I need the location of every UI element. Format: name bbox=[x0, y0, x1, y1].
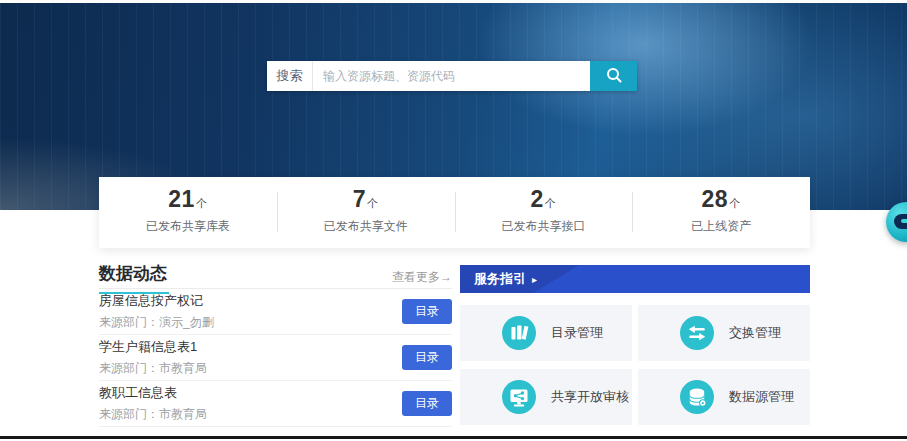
feed-item-title: 学生户籍信息表1 bbox=[99, 338, 207, 356]
stat-unit: 个 bbox=[729, 197, 741, 209]
search-bar: 搜索 bbox=[267, 61, 637, 91]
feed-item: 房屋信息按产权记 来源部门：演示_勿删 目录 bbox=[99, 289, 452, 335]
stat-value: 2 bbox=[530, 186, 543, 212]
exchange-arrows-icon bbox=[680, 316, 714, 350]
service-guide-header: 服务指引 ▸ bbox=[460, 265, 810, 293]
card-label: 目录管理 bbox=[551, 324, 603, 342]
chat-bubble-icon bbox=[894, 214, 907, 229]
card-share-open-review[interactable]: 共享开放审核 bbox=[460, 369, 632, 425]
stat-unit: 个 bbox=[367, 197, 379, 209]
search-label: 搜索 bbox=[267, 61, 313, 91]
view-more-link[interactable]: 查看更多→ bbox=[392, 269, 452, 286]
stats-summary-card: 21个 已发布共享库表 7个 已发布共享文件 2个 已发布共享接口 28个 已上… bbox=[99, 177, 810, 248]
catalog-tag-button[interactable]: 目录 bbox=[402, 345, 452, 370]
database-icon bbox=[680, 380, 714, 414]
stat-value: 7 bbox=[353, 186, 366, 212]
search-icon bbox=[605, 66, 623, 87]
stat-label: 已发布共享接口 bbox=[455, 218, 633, 235]
data-feed-title: 数据动态 bbox=[99, 262, 167, 293]
stat-unit: 个 bbox=[545, 197, 557, 209]
card-datasource-management[interactable]: 数据源管理 bbox=[638, 369, 810, 425]
service-guide-section: 服务指引 ▸ 目录管理 bbox=[460, 265, 810, 425]
data-feed-header: 数据动态 查看更多→ bbox=[99, 262, 452, 289]
feed-item-source: 来源部门：市教育局 bbox=[99, 360, 207, 377]
stat-online-assets: 28个 已上线资产 bbox=[632, 177, 810, 248]
portal-homepage: 搜索 21个 已发布共享库表 7个 已发布共享文件 2个 已发布共享接口 28个 bbox=[0, 0, 907, 441]
share-review-monitor-icon bbox=[502, 380, 536, 414]
card-exchange-management[interactable]: 交换管理 bbox=[638, 305, 810, 361]
stat-label: 已发布共享文件 bbox=[277, 218, 455, 235]
feed-item-source: 来源部门：市教育局 bbox=[99, 406, 207, 423]
catalog-books-icon bbox=[502, 316, 536, 350]
catalog-tag-button[interactable]: 目录 bbox=[402, 391, 452, 416]
feed-item-source: 来源部门：演示_勿删 bbox=[99, 314, 214, 331]
stat-published-shared-files: 7个 已发布共享文件 bbox=[277, 177, 455, 248]
stat-label: 已发布共享库表 bbox=[99, 218, 277, 235]
card-label: 共享开放审核 bbox=[551, 388, 629, 406]
stat-published-shared-tables: 21个 已发布共享库表 bbox=[99, 177, 277, 248]
service-guide-title: 服务指引 bbox=[474, 270, 526, 288]
feed-item: 教职工信息表 来源部门：市教育局 目录 bbox=[99, 381, 452, 427]
stat-unit: 个 bbox=[196, 197, 208, 209]
stat-value: 28 bbox=[702, 186, 729, 212]
search-button[interactable] bbox=[590, 61, 637, 91]
search-input[interactable] bbox=[313, 61, 590, 91]
stat-value: 21 bbox=[168, 186, 195, 212]
service-guide-grid: 目录管理 交换管理 bbox=[460, 305, 810, 425]
card-label: 数据源管理 bbox=[729, 388, 794, 406]
data-feed-section: 数据动态 查看更多→ 房屋信息按产权记 来源部门：演示_勿删 目录 学生户籍信息… bbox=[99, 262, 452, 427]
card-catalog-management[interactable]: 目录管理 bbox=[460, 305, 632, 361]
feed-item-title: 教职工信息表 bbox=[99, 384, 207, 402]
catalog-tag-button[interactable]: 目录 bbox=[402, 299, 452, 324]
chevron-right-icon: ▸ bbox=[532, 274, 537, 285]
feed-item-title: 房屋信息按产权记 bbox=[99, 292, 214, 310]
stat-published-shared-apis: 2个 已发布共享接口 bbox=[455, 177, 633, 248]
feed-item: 学生户籍信息表1 来源部门：市教育局 目录 bbox=[99, 335, 452, 381]
card-label: 交换管理 bbox=[729, 324, 781, 342]
stat-label: 已上线资产 bbox=[632, 218, 810, 235]
